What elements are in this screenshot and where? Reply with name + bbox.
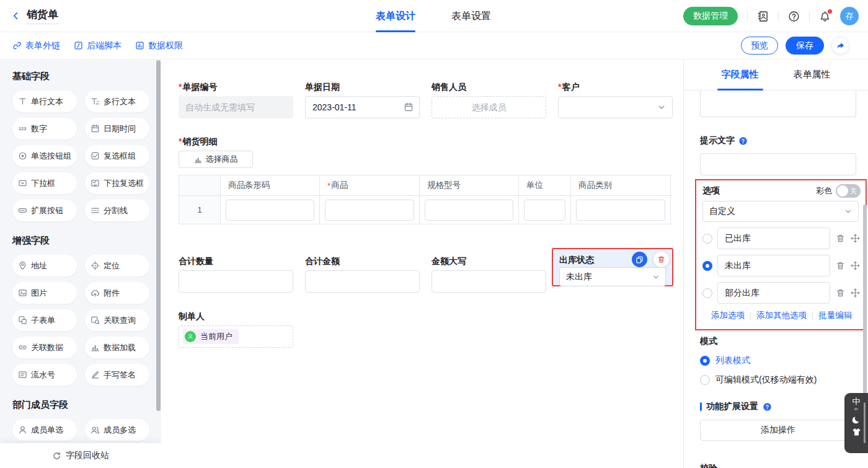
notifications-button[interactable] bbox=[819, 11, 831, 22]
sidebar-item-number[interactable]: 数字 bbox=[12, 118, 77, 139]
field-creator[interactable]: 制单人 当前用户 bbox=[179, 311, 683, 348]
hint-text-input[interactable] bbox=[700, 153, 856, 175]
sidebar-item-member-single[interactable]: 成员单选 bbox=[12, 419, 77, 441]
add-action-button[interactable]: 添加操作 bbox=[700, 420, 856, 441]
select-product-button[interactable]: 选择商品 bbox=[179, 151, 253, 168]
question-icon[interactable] bbox=[738, 136, 748, 146]
preview-button[interactable]: 预览 bbox=[741, 37, 778, 55]
amount-words-input[interactable] bbox=[432, 270, 546, 293]
category-input[interactable] bbox=[576, 200, 665, 221]
delete-option-button[interactable] bbox=[836, 234, 845, 243]
total-qty-input[interactable] bbox=[179, 270, 293, 293]
copy-field-button[interactable] bbox=[632, 252, 647, 267]
required-asterisk: * bbox=[179, 82, 182, 92]
barcode-input[interactable] bbox=[226, 200, 314, 221]
sidebar-item-radio-group[interactable]: 单选按钮组 bbox=[12, 145, 77, 167]
sidebar-item-member-multi[interactable]: 成员多选 bbox=[85, 419, 149, 441]
data-permission-button[interactable]: 数据权限 bbox=[135, 40, 183, 51]
option-radio[interactable] bbox=[702, 234, 712, 244]
salesperson-picker[interactable] bbox=[432, 96, 546, 118]
share-button[interactable] bbox=[831, 37, 849, 55]
external-link-button[interactable]: 表单外链 bbox=[12, 40, 60, 51]
delete-field-button[interactable] bbox=[653, 252, 669, 267]
unit-input[interactable] bbox=[524, 200, 565, 221]
floating-widget[interactable]: 中 º’ bbox=[844, 393, 868, 453]
delete-option-button[interactable] bbox=[836, 288, 845, 298]
dark-mode-icon[interactable] bbox=[851, 415, 862, 425]
sidebar-item-multi-line-text[interactable]: 多行文本 bbox=[85, 91, 149, 112]
field-total-qty[interactable]: 合计数量 bbox=[179, 256, 293, 293]
back-button[interactable] bbox=[11, 11, 20, 20]
spec-input[interactable] bbox=[425, 200, 513, 221]
drag-option-handle[interactable] bbox=[851, 288, 860, 298]
sidebar-scrollbar[interactable] bbox=[156, 60, 161, 411]
sidebar-item-signature[interactable]: 手写签名 bbox=[85, 364, 149, 386]
save-button[interactable]: 保存 bbox=[786, 37, 824, 55]
field-recycle-bin[interactable]: 字段回收站 bbox=[0, 443, 161, 468]
mode-list-radio[interactable]: 列表模式 bbox=[700, 355, 856, 366]
customer-select[interactable] bbox=[558, 96, 673, 118]
field-doc-date[interactable]: 单据日期 bbox=[305, 82, 420, 118]
option-input[interactable] bbox=[717, 227, 830, 249]
field-salesperson[interactable]: 销售人员 bbox=[432, 82, 546, 118]
mode-edit-radio[interactable]: 可编辑模式(仅移动端有效) bbox=[700, 374, 856, 386]
doc-number-input[interactable] bbox=[179, 96, 293, 118]
select-icon bbox=[18, 179, 27, 188]
translate-toggle[interactable]: 中 bbox=[852, 397, 861, 406]
tab-form-properties[interactable]: 表单属性 bbox=[794, 60, 831, 91]
topbar-right: 数据管理 存 bbox=[683, 0, 859, 32]
product-input[interactable] bbox=[325, 200, 414, 221]
theme-skin-icon[interactable] bbox=[851, 427, 862, 438]
option-radio-selected[interactable] bbox=[702, 261, 712, 271]
selected-field-out-status[interactable]: 出库状态 未出库 bbox=[552, 248, 673, 286]
data-manage-button[interactable]: 数据管理 bbox=[683, 7, 738, 25]
sidebar-item-extend-button[interactable]: 扩展按钮 bbox=[12, 200, 77, 221]
question-icon[interactable] bbox=[763, 402, 772, 412]
sidebar-item-location[interactable]: 定位 bbox=[85, 255, 149, 276]
mode-title: 模式 bbox=[700, 336, 856, 347]
tab-form-settings[interactable]: 表单设置 bbox=[451, 0, 491, 32]
sidebar-item-data-load[interactable]: 数据加载 bbox=[85, 337, 149, 358]
sidebar-item-serial-number[interactable]: 流水号 bbox=[12, 364, 77, 386]
add-option-link[interactable]: 添加选项 bbox=[711, 310, 745, 321]
sidebar-item-divider[interactable]: 分割线 bbox=[85, 200, 149, 221]
sidebar-item-address[interactable]: 地址 bbox=[12, 255, 77, 276]
avatar[interactable]: 存 bbox=[840, 7, 859, 25]
option-input[interactable] bbox=[717, 255, 830, 276]
tab-field-properties[interactable]: 字段属性 bbox=[722, 60, 759, 91]
option-radio[interactable] bbox=[702, 288, 712, 298]
sidebar-item-single-line-text[interactable]: 单行文本 bbox=[12, 91, 77, 112]
field-amount-words[interactable]: 金额大写 bbox=[432, 256, 546, 293]
field-total-amount[interactable]: 合计金额 bbox=[305, 256, 420, 293]
doc-date-input[interactable] bbox=[305, 96, 420, 118]
sidebar-item-attachment[interactable]: 附件 bbox=[85, 282, 149, 304]
field-doc-number[interactable]: *单据编号 bbox=[179, 82, 293, 118]
sidebar-item-datetime[interactable]: 日期时间 bbox=[85, 118, 149, 139]
sidebar-item-select[interactable]: 下拉框 bbox=[12, 172, 77, 194]
sidebar-item-linked-query[interactable]: 关联查询 bbox=[85, 309, 149, 331]
option-input[interactable] bbox=[717, 282, 830, 304]
batch-edit-link[interactable]: 批量编辑 bbox=[818, 310, 852, 321]
form-title[interactable]: 销货单 bbox=[27, 7, 58, 24]
help-button[interactable] bbox=[788, 11, 800, 22]
color-toggle[interactable]: 关 bbox=[836, 184, 861, 198]
backend-script-button[interactable]: 后端脚本 bbox=[74, 40, 122, 51]
creator-box[interactable]: 当前用户 bbox=[179, 325, 293, 348]
field-customer[interactable]: *客户 bbox=[558, 82, 673, 118]
add-other-option-link[interactable]: 添加其他选项 bbox=[756, 310, 807, 321]
drag-option-handle[interactable] bbox=[851, 261, 860, 270]
total-amount-input[interactable] bbox=[305, 270, 420, 293]
option-source-select[interactable]: 自定义 bbox=[702, 201, 859, 222]
panel-scrollbar[interactable] bbox=[863, 205, 867, 394]
out-status-select[interactable]: 未出库 bbox=[559, 267, 666, 286]
sidebar-item-linked-data[interactable]: 关联数据 bbox=[12, 337, 77, 358]
delete-option-button[interactable] bbox=[836, 261, 845, 270]
sidebar-item-multi-select[interactable]: 下拉复选框 bbox=[85, 172, 149, 194]
contacts-button[interactable] bbox=[757, 11, 769, 22]
field-title-input[interactable] bbox=[700, 91, 856, 117]
sidebar-item-image[interactable]: 图片 bbox=[12, 282, 77, 304]
sidebar-item-subform[interactable]: 子表单 bbox=[12, 309, 77, 331]
sidebar-item-checkbox-group[interactable]: 复选框组 bbox=[85, 145, 149, 167]
drag-option-handle[interactable] bbox=[851, 234, 860, 243]
tab-form-design[interactable]: 表单设计 bbox=[376, 0, 415, 32]
